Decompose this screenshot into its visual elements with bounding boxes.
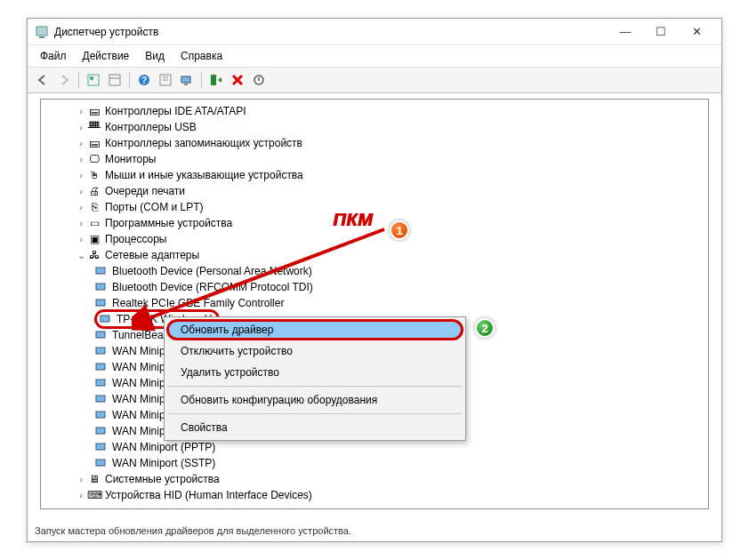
- disable-icon[interactable]: [249, 70, 269, 90]
- app-icon: [35, 25, 49, 39]
- adapter-icon: [94, 408, 109, 422]
- adapter-icon: [94, 456, 109, 470]
- svg-rect-27: [96, 460, 105, 466]
- adapter-icon: [94, 392, 109, 406]
- tree-item[interactable]: WAN Miniport (PPTP): [41, 439, 708, 455]
- cm-update-driver[interactable]: Обновить драйвер: [166, 319, 463, 340]
- svg-rect-4: [109, 75, 120, 85]
- statusbar: Запуск мастера обновления драйверов для …: [28, 524, 721, 541]
- svg-rect-21: [96, 364, 105, 370]
- tree-category[interactable]: ›▣Процессоры: [41, 231, 708, 247]
- menu-help[interactable]: Справка: [173, 47, 230, 65]
- menu-file[interactable]: Файл: [33, 47, 74, 65]
- cm-scan-hardware[interactable]: Обновить конфигурацию оборудования: [166, 389, 463, 411]
- tree-item[interactable]: WAN Miniport (SSTP): [41, 455, 708, 471]
- svg-rect-25: [96, 428, 105, 434]
- tb-icon-1[interactable]: [84, 70, 103, 90]
- usb-icon: ᚙ: [87, 120, 101, 134]
- svg-rect-13: [211, 75, 216, 85]
- tb-icon-4[interactable]: [156, 70, 175, 90]
- mouse-icon: 🖱: [87, 168, 101, 182]
- cm-disable[interactable]: Отключить устройство: [166, 340, 463, 362]
- close-button[interactable]: ✕: [679, 20, 714, 44]
- uninstall-icon[interactable]: [228, 70, 247, 90]
- svg-rect-23: [96, 396, 105, 402]
- device-manager-window: Диспетчер устройств — ☐ ✕ Файл Действие …: [27, 18, 722, 542]
- svg-rect-11: [181, 76, 190, 83]
- adapter-icon: [94, 280, 109, 294]
- cm-properties[interactable]: Свойства: [166, 417, 463, 438]
- tree-category[interactable]: ›⎘Порты (COM и LPT): [41, 199, 708, 215]
- svg-rect-19: [96, 332, 105, 338]
- maximize-button[interactable]: ☐: [643, 20, 679, 44]
- tree-category[interactable]: ›🖵Мониторы: [41, 151, 708, 167]
- tree-category[interactable]: ›🖥Системные устройства: [41, 471, 708, 487]
- adapter-icon: [99, 312, 113, 326]
- scan-hardware-icon[interactable]: [177, 70, 197, 90]
- cm-separator: [168, 413, 462, 414]
- monitor-icon: 🖵: [87, 152, 101, 166]
- cm-separator: [168, 386, 462, 387]
- adapter-icon: [94, 376, 109, 390]
- svg-text:?: ?: [141, 76, 147, 85]
- printer-icon: 🖨: [87, 184, 101, 198]
- hid-icon: ⌨: [87, 488, 101, 502]
- svg-rect-1: [39, 36, 44, 38]
- system-icon: 🖥: [87, 472, 101, 486]
- svg-rect-16: [96, 284, 105, 290]
- svg-rect-18: [101, 316, 109, 322]
- menu-view[interactable]: Вид: [138, 47, 172, 65]
- svg-rect-24: [96, 412, 105, 418]
- cpu-icon: ▣: [87, 232, 101, 246]
- adapter-icon: [94, 328, 109, 342]
- adapter-icon: [94, 424, 109, 438]
- tree-category[interactable]: ›⌨Устройства HID (Human Interface Device…: [41, 487, 708, 503]
- ide-icon: 🖴: [87, 104, 101, 118]
- adapter-icon: [94, 360, 109, 374]
- adapter-icon: [94, 344, 109, 358]
- menu-action[interactable]: Действие: [76, 47, 137, 65]
- update-driver-icon[interactable]: [206, 70, 226, 90]
- software-icon: ▭: [87, 216, 101, 230]
- toolbar: ?: [28, 68, 721, 93]
- annotation-callout-2: 2: [475, 318, 495, 338]
- cm-uninstall[interactable]: Удалить устройство: [166, 362, 463, 383]
- menubar: Файл Действие Вид Справка: [28, 45, 721, 68]
- tree-category[interactable]: ›🖴Контроллеры IDE ATA/ATAPI: [41, 103, 708, 119]
- svg-rect-20: [96, 348, 105, 354]
- tree-category-network[interactable]: ⌄🖧Сетевые адаптеры: [41, 247, 708, 263]
- tb-icon-2[interactable]: [105, 70, 125, 90]
- svg-rect-15: [96, 268, 105, 274]
- annotation-pkm-label: ПКМ: [333, 210, 373, 230]
- tree-category[interactable]: ›🖴Контроллеры запоминающих устройств: [41, 135, 708, 151]
- window-title: Диспетчер устройств: [54, 26, 608, 38]
- network-icon: 🖧: [87, 248, 101, 262]
- titlebar: Диспетчер устройств — ☐ ✕: [28, 19, 721, 45]
- device-tree[interactable]: ›🖴Контроллеры IDE ATA/ATAPI ›ᚙКонтроллер…: [40, 99, 709, 509]
- svg-rect-26: [96, 444, 105, 450]
- adapter-icon: [94, 296, 109, 310]
- back-button[interactable]: [33, 70, 52, 90]
- ports-icon: ⎘: [87, 200, 101, 214]
- tree-item[interactable]: Bluetooth Device (RFCOMM Protocol TDI): [41, 279, 708, 295]
- annotation-callout-1: 1: [390, 220, 409, 240]
- tree-category[interactable]: ›ᚙКонтроллеры USB: [41, 119, 708, 135]
- forward-button[interactable]: [54, 70, 74, 90]
- tree-item[interactable]: Bluetooth Device (Personal Area Network): [41, 263, 708, 279]
- tree-category[interactable]: ›🖱Мыши и иные указывающие устройства: [41, 167, 708, 183]
- adapter-icon: [94, 440, 109, 454]
- context-menu: Обновить драйвер Отключить устройство Уд…: [164, 316, 466, 441]
- svg-rect-17: [96, 300, 105, 306]
- tree-category[interactable]: ›▭Программные устройства: [41, 215, 708, 231]
- minimize-button[interactable]: —: [608, 20, 643, 44]
- svg-rect-22: [96, 380, 105, 386]
- svg-rect-12: [184, 84, 188, 85]
- storage-icon: 🖴: [87, 136, 101, 150]
- help-icon[interactable]: ?: [134, 70, 154, 90]
- svg-rect-3: [90, 76, 93, 80]
- tree-category[interactable]: ›🖨Очереди печати: [41, 183, 708, 199]
- svg-rect-0: [36, 27, 47, 36]
- adapter-icon: [94, 264, 109, 278]
